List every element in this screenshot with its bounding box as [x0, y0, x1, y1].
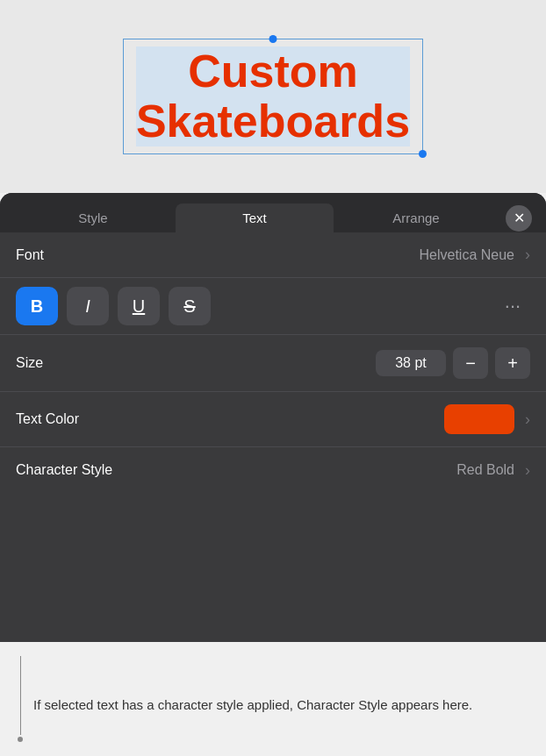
canvas-main-text: Custom Skateboards [136, 46, 410, 146]
annotation-dot [18, 737, 23, 742]
size-decrease-button[interactable]: − [453, 347, 488, 379]
tab-style[interactable]: Style [14, 203, 172, 232]
underline-button[interactable]: U [118, 287, 160, 325]
font-label: Font [16, 247, 44, 263]
handle-top-center[interactable] [269, 35, 277, 43]
text-color-chevron-icon: › [525, 410, 530, 429]
font-value-container: Helvetica Neue › [420, 246, 531, 264]
size-label: Size [16, 355, 43, 371]
font-value: Helvetica Neue [420, 247, 515, 263]
canvas-area: Custom Skateboards [0, 0, 546, 193]
strikethrough-button[interactable]: S [169, 287, 211, 325]
character-style-row[interactable]: Character Style Red Bold › [0, 447, 546, 493]
tab-text[interactable]: Text [176, 203, 334, 232]
tab-arrange[interactable]: Arrange [337, 203, 495, 232]
font-row[interactable]: Font Helvetica Neue › [0, 232, 546, 278]
text-color-value-container: › [444, 404, 530, 434]
character-style-value-container: Red Bold › [456, 461, 530, 480]
character-style-value: Red Bold [456, 462, 514, 478]
character-style-label: Character Style [16, 462, 112, 478]
size-row: Size − + [0, 335, 546, 392]
handle-bottom-right[interactable] [419, 150, 427, 158]
panel-content: Font Helvetica Neue › B I U S ··· Size [0, 232, 546, 642]
style-buttons-row: B I U S ··· [0, 278, 546, 335]
more-options-button[interactable]: ··· [495, 289, 530, 324]
text-color-label: Text Color [16, 411, 79, 427]
format-panel: Style Text Arrange ✕ Font Helvetica Neue… [0, 193, 546, 642]
text-box-border: Custom Skateboards [123, 39, 423, 154]
bold-button[interactable]: B [16, 287, 58, 325]
size-increase-button[interactable]: + [495, 347, 530, 379]
close-button[interactable]: ✕ [506, 205, 532, 232]
tab-bar: Style Text Arrange ✕ [0, 193, 546, 232]
annotation-vertical-line [20, 656, 21, 735]
text-box-container[interactable]: Custom Skateboards [123, 39, 423, 154]
font-chevron-icon: › [525, 246, 530, 264]
size-controls: − + [376, 347, 530, 379]
annotation-line [18, 656, 23, 742]
annotation-area: If selected text has a character style a… [0, 642, 546, 756]
text-color-swatch[interactable] [444, 404, 514, 434]
italic-button[interactable]: I [67, 287, 109, 325]
size-input[interactable] [376, 350, 446, 376]
text-color-row[interactable]: Text Color › [0, 392, 546, 447]
character-style-chevron-icon: › [525, 461, 530, 480]
annotation-text: If selected text has a character style a… [33, 656, 472, 715]
